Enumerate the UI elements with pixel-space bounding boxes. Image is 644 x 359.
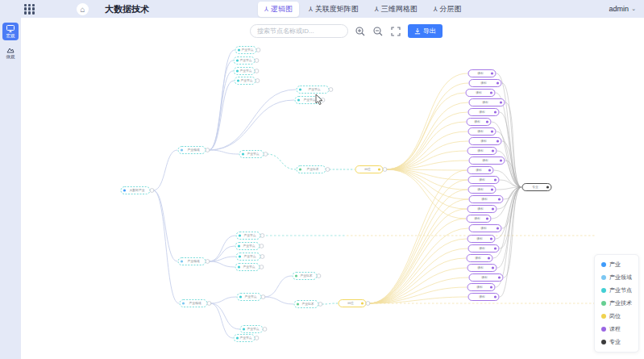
graph-node-inode[interactable]: 产业节点: [234, 68, 259, 75]
graph-node-course[interactable]: 课程: [468, 109, 499, 116]
node-handle[interactable]: [256, 48, 260, 52]
graph-node-job[interactable]: 岗位: [355, 166, 387, 173]
graph-node-tech[interactable]: 产业技术: [294, 301, 322, 308]
node-handle[interactable]: [366, 302, 370, 306]
legend-item-6[interactable]: 专业: [601, 338, 632, 346]
node-label: 岗位: [364, 167, 371, 171]
graph-node-course[interactable]: 课程: [467, 215, 491, 223]
node-handle[interactable]: [260, 234, 264, 238]
graph-node-field[interactable]: 产业领域: [180, 300, 211, 307]
graph-node-tech[interactable]: 产业技术: [297, 166, 330, 173]
graph-node-course[interactable]: 课程: [468, 186, 496, 194]
legend-item-3[interactable]: 产业技术: [601, 299, 632, 307]
graph-node-course[interactable]: 课程: [468, 294, 499, 301]
user-menu[interactable]: admin ⌄: [609, 0, 636, 18]
node-handle[interactable]: [206, 148, 210, 152]
graph-node-course[interactable]: 课程: [468, 177, 499, 184]
legend-label: 专业: [609, 338, 621, 346]
fit-view-icon[interactable]: [390, 26, 401, 37]
legend-dot-icon: [601, 314, 606, 319]
graph-node-course[interactable]: 课程: [469, 80, 501, 87]
graph-node-inode[interactable]: 产业节点: [235, 47, 260, 54]
node-handle[interactable]: [256, 79, 260, 83]
node-handle[interactable]: [260, 255, 264, 259]
graph-edge: [264, 297, 293, 304]
graph-node-inode[interactable]: 产业节点: [234, 57, 259, 65]
tab-3[interactable]: ⅄分层图: [427, 2, 468, 17]
tab-2[interactable]: ⅄三维网格图: [368, 2, 424, 17]
graph-edge: [386, 83, 468, 169]
graph-node-inode[interactable]: 产业节点: [236, 232, 264, 240]
node-handle[interactable]: [318, 303, 322, 307]
graph-node-course[interactable]: 课程: [467, 119, 491, 126]
node-handle[interactable]: [383, 168, 387, 172]
field-dot-icon: [181, 260, 183, 262]
graph-node-course[interactable]: 课程: [469, 225, 501, 232]
graph-node-course[interactable]: 课程: [467, 206, 497, 213]
apps-grid-icon[interactable]: [24, 4, 35, 15]
graph-node-inode[interactable]: 产业节点: [237, 294, 265, 301]
node-handle[interactable]: [329, 88, 333, 92]
node-handle[interactable]: [150, 189, 154, 193]
graph-node-course[interactable]: 课程: [467, 284, 495, 291]
graph-node-course[interactable]: 课程: [467, 265, 497, 272]
graph-node-course[interactable]: 课程: [466, 90, 495, 97]
node-handle[interactable]: [260, 244, 264, 248]
legend-item-1[interactable]: 产业领域: [601, 273, 632, 282]
graph-node-job[interactable]: 岗位: [339, 300, 370, 307]
legend-item-4[interactable]: 岗位: [601, 312, 632, 320]
graph-node-inode[interactable]: 产业节点: [235, 264, 264, 271]
search-input[interactable]: [250, 24, 348, 38]
graph-node-course[interactable]: 课程: [469, 138, 501, 145]
sidebar-item-1[interactable]: 微观: [2, 44, 19, 61]
graph-node-course[interactable]: 课程: [468, 128, 496, 136]
graph-node-inode[interactable]: 产业节点: [235, 77, 260, 85]
zoom-out-icon[interactable]: [372, 26, 384, 37]
graph-node-inode[interactable]: 产业节点: [297, 86, 333, 94]
home-icon[interactable]: ⌂: [77, 3, 89, 15]
graph-canvas[interactable]: 大数据产业产业领域产业领域产业领域产业节点产业节点产业节点产业节点产业节点产业节…: [21, 18, 644, 359]
tab-1[interactable]: ⅄关联度矩阵图: [302, 2, 365, 17]
node-handle[interactable]: [317, 274, 321, 278]
node-handle[interactable]: [206, 260, 210, 264]
node-handle[interactable]: [255, 59, 259, 63]
node-label: 产业技术: [300, 273, 312, 278]
graph-node-course[interactable]: 课程: [469, 196, 503, 203]
legend-item-0[interactable]: 产业: [601, 261, 632, 269]
graph-node-course[interactable]: 课程: [469, 274, 503, 282]
graph-node-major[interactable]: 专业: [522, 184, 551, 191]
node-handle[interactable]: [263, 328, 267, 332]
tab-0[interactable]: ⅄逻辑图: [258, 2, 299, 17]
node-handle[interactable]: [260, 265, 264, 269]
graph-node-inode[interactable]: 产业节点: [234, 335, 259, 342]
node-label: 产业节点: [243, 233, 256, 237]
legend-item-5[interactable]: 课程: [601, 325, 632, 333]
legend-item-2[interactable]: 产业节点: [601, 286, 632, 294]
graph-node-inode[interactable]: 产业节点: [240, 326, 267, 333]
graph-node-inode[interactable]: 产业节点: [239, 151, 268, 158]
node-handle[interactable]: [264, 152, 268, 157]
graph-node-course[interactable]: 课程: [467, 236, 495, 243]
graph-node-course[interactable]: 课程: [468, 245, 499, 253]
graph-node-industry[interactable]: 大数据产业: [121, 187, 154, 194]
graph-node-course[interactable]: 课程: [467, 167, 493, 174]
graph-node-field[interactable]: 产业领域: [178, 147, 210, 154]
graph-node-field[interactable]: 产业领域: [178, 258, 210, 265]
node-handle[interactable]: [326, 168, 330, 172]
graph-node-inode[interactable]: 产业节点: [236, 253, 264, 261]
graph-node-course[interactable]: 课程: [467, 255, 492, 262]
graph-node-course[interactable]: 课程: [467, 148, 497, 155]
sidebar-item-0[interactable]: 宏观: [2, 23, 19, 40]
zoom-in-icon[interactable]: [355, 26, 366, 37]
graph-node-course[interactable]: 课程: [468, 70, 496, 77]
node-handle[interactable]: [207, 302, 211, 306]
graph-node-tech[interactable]: 产业技术: [293, 273, 321, 280]
export-button[interactable]: 导出: [408, 24, 442, 38]
graph-node-course[interactable]: 课程: [469, 157, 505, 165]
course-dot-icon: [491, 130, 493, 132]
node-handle[interactable]: [255, 336, 259, 340]
graph-node-inode[interactable]: 产业节点: [235, 243, 264, 250]
node-handle[interactable]: [261, 295, 265, 299]
node-handle[interactable]: [255, 69, 259, 73]
graph-node-course[interactable]: 课程: [469, 99, 505, 106]
